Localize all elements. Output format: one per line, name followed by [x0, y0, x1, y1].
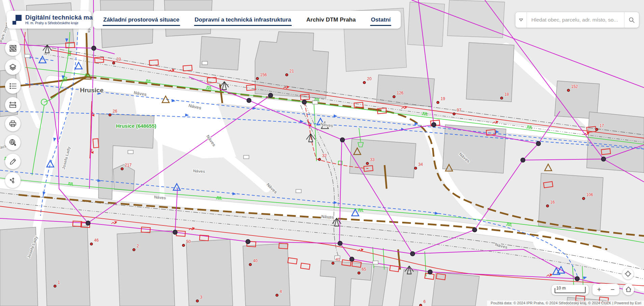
parcel-dot: [318, 158, 320, 160]
parcel-number: 26: [113, 109, 117, 114]
parcel-number: 40: [253, 258, 258, 263]
globe-cursor-icon: [9, 139, 17, 146]
parcel-number: 126: [397, 91, 403, 95]
parcel-number: 2: [137, 244, 139, 248]
parcel-dot: [358, 272, 360, 274]
parcel-dot: [196, 300, 198, 302]
map-canvas[interactable]: Hrusice Hrusice (648655) Park Josefa Lad…: [0, 0, 644, 306]
layers-icon: [9, 63, 17, 71]
parcel-number: 106: [586, 192, 593, 197]
tab-archiv-dtm-praha[interactable]: Archiv DTM Praha: [306, 11, 356, 29]
draw-button[interactable]: [5, 154, 21, 169]
parcel-number: 34: [418, 162, 423, 167]
move-arrows-icon: [9, 177, 17, 184]
parcel-dot: [393, 95, 395, 98]
scale-bar-graphic: [552, 285, 589, 295]
printer-icon: [9, 120, 17, 127]
parcel-dot: [54, 285, 56, 287]
parcel-number: 3: [200, 295, 202, 300]
parcel-number: 17: [599, 123, 604, 128]
app-title: Digitální technická mapa: [25, 14, 100, 21]
parcel-number: 21: [289, 69, 294, 73]
home-icon: [625, 286, 632, 293]
app-subtitle: Hl. m. Prahy a Středočeského kraje: [25, 22, 100, 25]
zoom-controls: + −: [592, 284, 619, 295]
layers-button[interactable]: [5, 59, 21, 75]
parcel-number: 23: [116, 57, 121, 62]
legend-list-icon: [9, 83, 17, 89]
parcel-dot: [249, 263, 251, 266]
parcel-number: 46: [94, 238, 99, 243]
search-button[interactable]: [624, 12, 639, 28]
tab-label: Archiv DTM Praha: [306, 17, 356, 23]
parcel-dot: [546, 205, 549, 207]
search-input[interactable]: [527, 17, 624, 23]
grid-icon: [9, 45, 17, 52]
locate-button[interactable]: [622, 268, 634, 279]
measure-button[interactable]: [5, 97, 21, 113]
parcel-dot: [595, 128, 598, 130]
move-button[interactable]: [5, 173, 21, 188]
city-label: Hrusice: [80, 87, 104, 94]
parcel-dot: [437, 101, 439, 103]
chevron-down-icon: [519, 19, 523, 22]
tab-label: Ostatní: [371, 17, 391, 23]
coordinates-button[interactable]: [5, 135, 21, 150]
parcel-dot: [453, 113, 455, 115]
parcel-number: 217: [125, 163, 132, 167]
parcel-dot: [182, 244, 185, 246]
parcel-dot: [256, 77, 258, 80]
main-tabs: Základní prostorová situace Dopravní a t…: [93, 11, 401, 29]
parcel-number: 4: [280, 289, 282, 294]
parcel-dot: [285, 73, 288, 76]
tab-dopravni-a-technicka-infrastruktura[interactable]: Dopravní a technická infrastruktura: [195, 11, 291, 29]
parcel-number: 152: [571, 84, 578, 89]
parcel-number: 50: [186, 239, 191, 244]
parcel-dot: [363, 81, 365, 84]
parcel-number: 156: [260, 72, 267, 77]
parcel-number: 18: [504, 92, 509, 97]
parcel-number: 65: [362, 267, 366, 272]
legend-button[interactable]: [5, 78, 21, 94]
parcel-dot: [582, 197, 585, 200]
parcel-number: 1: [58, 280, 60, 285]
street-label: Náves: [193, 169, 205, 174]
tab-ostatni[interactable]: Ostatní: [371, 11, 391, 29]
parcel-dot: [276, 294, 278, 296]
map-attribution: Použitá data: © 2024 IPR Praha, © 2024 S…: [487, 301, 644, 306]
parcel-dot: [90, 243, 92, 245]
parcel-dot: [414, 167, 417, 169]
home-button[interactable]: [623, 284, 634, 295]
locate-icon: [624, 270, 632, 277]
dtm-logo-icon: [11, 14, 22, 25]
cadastre-label: Hrusice (648655): [116, 123, 156, 129]
tab-label: Dopravní a technická infrastruktura: [195, 17, 291, 23]
pencil-icon: [9, 158, 17, 165]
tab-zakladni-prostorova-situace[interactable]: Základní prostorová situace: [103, 11, 179, 29]
parcel-dot: [332, 262, 334, 264]
parcel-dot: [500, 97, 503, 99]
zoom-out-button[interactable]: −: [606, 284, 619, 295]
magnifier-icon: [628, 17, 635, 23]
print-button[interactable]: [5, 116, 21, 131]
parcel-number: 33: [370, 157, 375, 162]
parcel-dot: [112, 62, 115, 64]
parcel-number: 16: [550, 200, 555, 205]
parcel-dot: [567, 89, 569, 91]
parcel-dot: [419, 304, 422, 306]
parcel-number: 32: [322, 153, 327, 158]
search-bar: [515, 12, 639, 28]
parcel-number: 97: [457, 108, 461, 113]
search-scope-dropdown[interactable]: [515, 12, 527, 28]
zoom-in-button[interactable]: +: [592, 284, 606, 295]
parcel-dot: [366, 162, 368, 164]
parcel-dot: [109, 114, 111, 116]
parcel-number: 41: [336, 257, 340, 262]
parcel-number: 6: [423, 299, 426, 304]
parcel-number: 19: [441, 96, 445, 101]
measure-ruler-icon: [9, 101, 17, 108]
tab-label: Základní prostorová situace: [103, 17, 179, 23]
map-toolbar: [5, 40, 21, 188]
app-logo: Digitální technická mapa Hl. m. Prahy a …: [7, 11, 91, 29]
basemap-gallery-button[interactable]: [5, 40, 21, 56]
